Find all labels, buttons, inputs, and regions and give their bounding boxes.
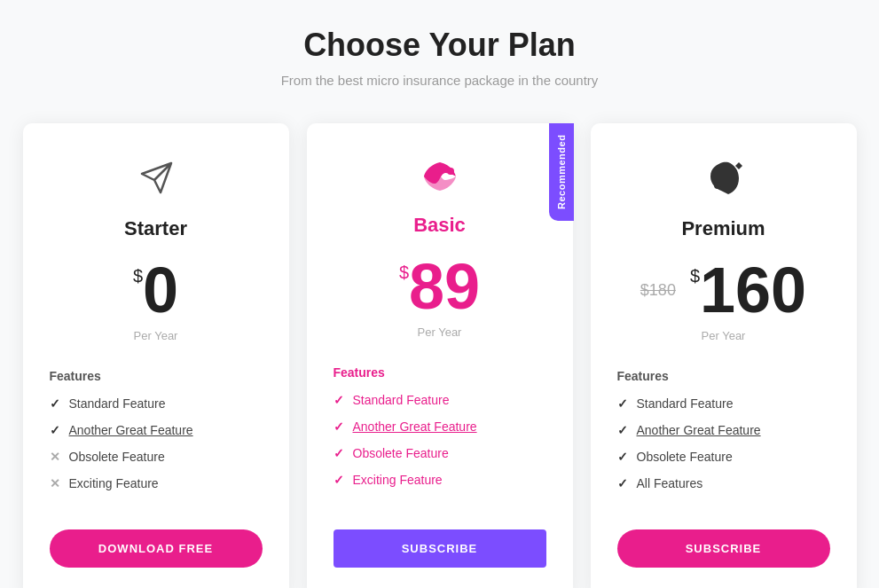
premium-feature-1: ✓ Standard Feature [617,396,830,411]
page-subtitle: From the best micro insurance package in… [19,73,861,88]
check-icon: ✓ [617,476,628,490]
premium-icon [617,159,830,207]
recommended-badge: Recommended [549,123,574,221]
basic-price: 89 [409,255,480,318]
basic-feature-2: ✓ Another Great Feature [334,419,546,434]
check-icon: ✓ [334,446,344,460]
check-icon: ✓ [334,393,344,407]
feature-text: Exciting Feature [69,476,159,490]
check-icon: ✓ [50,396,60,411]
basic-price-section: $ 89 [334,255,546,318]
plan-card-premium: Premium $180 $ 160 Per Year Features ✓ S… [591,123,857,588]
feature-text: Standard Feature [637,396,734,411]
starter-feature-3: ✕ Obsolete Feature [50,450,263,464]
feature-text: Another Great Feature [69,423,193,437]
premium-price-row: $180 $ 160 [617,258,830,322]
premium-old-price: $180 [640,281,676,300]
basic-feature-1: ✓ Standard Feature [334,393,546,407]
starter-feature-2: ✓ Another Great Feature [50,423,263,437]
premium-plan-name: Premium [617,217,830,240]
premium-price: 160 [700,258,806,322]
feature-text: All Features [637,476,703,490]
check-icon: ✓ [334,419,344,434]
feature-text: Another Great Feature [637,423,761,437]
premium-btn-section: SUBSCRIBE [617,529,830,568]
starter-cta-button[interactable]: DOWNLOAD FREE [50,529,263,568]
feature-text: Obsolete Feature [637,450,733,464]
premium-features-label: Features [617,369,830,383]
page-header: Choose Your Plan From the best micro ins… [19,27,861,88]
basic-features: Features ✓ Standard Feature ✓ Another Gr… [334,365,546,503]
basic-feature-4: ✓ Exciting Feature [334,473,546,487]
x-icon: ✕ [50,450,60,464]
basic-plan-name: Basic [334,214,546,237]
basic-icon [334,159,546,203]
svg-point-1 [714,182,721,189]
premium-feature-3: ✓ Obsolete Feature [617,450,830,464]
premium-new-price: $ 160 [690,258,806,322]
premium-features: Features ✓ Standard Feature ✓ Another Gr… [617,369,830,503]
plans-container: Starter $ 0 Per Year Features ✓ Standard… [19,123,861,588]
premium-currency: $ [690,267,700,285]
page-wrapper: Choose Your Plan From the best micro ins… [19,27,861,588]
basic-cta-button[interactable]: SUBSCRIBE [334,529,546,568]
svg-point-0 [447,168,454,175]
starter-btn-section: DOWNLOAD FREE [50,529,263,568]
check-icon: ✓ [334,473,344,487]
starter-feature-4: ✕ Exciting Feature [50,476,263,490]
check-icon: ✓ [617,450,628,464]
basic-btn-section: SUBSCRIBE [334,529,546,568]
check-icon: ✓ [617,396,628,411]
starter-currency: $ [133,267,143,285]
starter-plan-name: Starter [50,217,263,240]
starter-icon [50,159,263,207]
starter-per-year: Per Year [50,329,263,342]
x-icon: ✕ [50,476,60,490]
feature-text: Obsolete Feature [353,446,449,460]
feature-text: Obsolete Feature [69,450,165,464]
check-icon: ✓ [617,423,628,437]
basic-feature-3: ✓ Obsolete Feature [334,446,546,460]
premium-feature-2: ✓ Another Great Feature [617,423,830,437]
starter-price-section: $ 0 [50,258,263,322]
starter-feature-1: ✓ Standard Feature [50,396,263,411]
basic-features-label: Features [334,365,546,380]
basic-per-year: Per Year [334,325,546,339]
feature-text: Standard Feature [353,393,450,407]
feature-text: Standard Feature [69,396,166,411]
premium-feature-4: ✓ All Features [617,476,830,490]
starter-features: Features ✓ Standard Feature ✓ Another Gr… [50,369,263,503]
premium-per-year: Per Year [617,329,830,342]
starter-features-label: Features [50,369,263,383]
premium-cta-button[interactable]: SUBSCRIBE [617,529,830,568]
starter-price: 0 [143,258,178,322]
plan-card-starter: Starter $ 0 Per Year Features ✓ Standard… [23,123,289,588]
plan-card-basic: Recommended Basic $ 89 Per Year Features [307,123,573,588]
basic-currency: $ [399,263,409,281]
check-icon: ✓ [50,423,60,437]
page-title: Choose Your Plan [19,27,861,64]
feature-text: Another Great Feature [353,419,477,434]
feature-text: Exciting Feature [353,473,443,487]
